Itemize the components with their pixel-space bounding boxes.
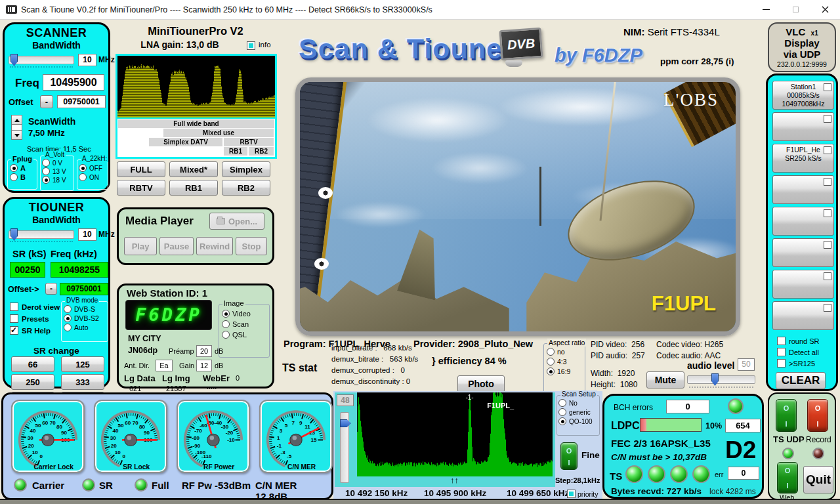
station-checkbox[interactable] bbox=[824, 146, 831, 154]
gain-value[interactable]: 12 bbox=[196, 360, 212, 371]
scanner-offset-sign-button[interactable]: - bbox=[40, 95, 53, 108]
mp-button-stop[interactable]: Stop bbox=[236, 237, 267, 255]
tiouner-freq-value[interactable]: 10498255 bbox=[51, 262, 108, 278]
maximize-button[interactable] bbox=[781, 0, 810, 20]
radio-auto[interactable]: Auto bbox=[64, 324, 106, 331]
fine-toggle[interactable]: O I bbox=[560, 442, 578, 470]
mp-button-pause[interactable]: Pause bbox=[159, 237, 194, 255]
minimize-button[interactable] bbox=[751, 0, 781, 20]
scan-gain-slider-thumb[interactable] bbox=[340, 419, 351, 427]
record-toggle[interactable]: O I bbox=[807, 399, 828, 432]
station-button-5[interactable] bbox=[772, 207, 834, 236]
photo-button[interactable]: Photo bbox=[457, 375, 505, 392]
station-checkbox[interactable] bbox=[824, 304, 831, 312]
radio-dvb-s2[interactable]: DVB-S2 bbox=[64, 314, 106, 322]
tiouner-sr-value[interactable]: 00250 bbox=[10, 262, 45, 278]
checkbox-sr-help[interactable]: SR Help bbox=[10, 326, 60, 335]
radio-18-v[interactable]: 18 V bbox=[42, 176, 72, 184]
station-button-2[interactable] bbox=[772, 112, 834, 141]
tiouner-bandwidth-slider-thumb[interactable] bbox=[10, 228, 18, 241]
tiouner-bandwidth-slider[interactable] bbox=[9, 230, 74, 239]
radio-0-v[interactable]: 0 V bbox=[42, 159, 72, 167]
info-checkbox[interactable] bbox=[247, 41, 255, 50]
antdir-value[interactable]: Ea bbox=[156, 360, 173, 371]
station-checkbox[interactable] bbox=[824, 241, 831, 249]
scanwidth-down-button[interactable] bbox=[11, 130, 22, 140]
video-display[interactable]: L'OBS F1UPL bbox=[295, 77, 740, 336]
band-rb1[interactable]: RB1 bbox=[224, 147, 247, 156]
tiouner-offset-value[interactable]: 09750001 bbox=[60, 283, 108, 295]
priority-checkbox[interactable] bbox=[567, 490, 576, 498]
band-button-full[interactable]: FULL bbox=[117, 161, 165, 177]
tiouner-bandwidth-value[interactable]: 10 bbox=[78, 228, 96, 241]
scanner-offset-value[interactable]: 09750001 bbox=[57, 95, 106, 108]
mute-button[interactable]: Mute bbox=[646, 371, 684, 388]
radio-4-3[interactable]: 4:3 bbox=[547, 358, 582, 366]
mp-button-rewind[interactable]: Rewind bbox=[196, 237, 233, 255]
sr-button-333[interactable]: 333 bbox=[61, 374, 104, 390]
radio-b[interactable]: B bbox=[10, 173, 35, 181]
radio-on[interactable]: ON bbox=[79, 173, 106, 181]
sr-button-125[interactable]: 125 bbox=[61, 356, 104, 372]
scan-gain-value[interactable]: 48 bbox=[337, 394, 354, 406]
band-rbtv[interactable]: RBTV bbox=[224, 138, 274, 146]
mp-button-play[interactable]: Play bbox=[124, 237, 157, 255]
station-checkbox[interactable] bbox=[824, 178, 831, 186]
radio-16-9[interactable]: 16:9 bbox=[547, 368, 582, 375]
station-checkbox[interactable] bbox=[824, 209, 831, 217]
station-button-7[interactable] bbox=[772, 270, 834, 299]
audio-level-slider[interactable] bbox=[687, 375, 755, 384]
station-button-6[interactable] bbox=[772, 238, 834, 267]
open-button[interactable]: Open... bbox=[209, 213, 264, 230]
station-checkbox[interactable] bbox=[824, 272, 831, 280]
stations-option--sr125[interactable]: >SR125 bbox=[777, 359, 819, 368]
radio-qsl[interactable]: QSL bbox=[222, 331, 266, 339]
station-button-8[interactable] bbox=[772, 301, 834, 330]
band-simplex-datv[interactable]: Simplex DATV bbox=[149, 138, 222, 146]
band-button-rb2[interactable]: RB2 bbox=[222, 180, 270, 196]
band-button-rbtv[interactable]: RBTV bbox=[117, 180, 165, 196]
station-button-4[interactable] bbox=[772, 175, 834, 204]
preamp-value[interactable]: 20 bbox=[196, 345, 212, 357]
band-button-rb1[interactable]: RB1 bbox=[169, 180, 218, 196]
web-toggle[interactable]: O I bbox=[777, 462, 798, 494]
sr-button-250[interactable]: 250 bbox=[11, 374, 54, 390]
scanner-bandwidth-value[interactable]: 10 bbox=[78, 54, 96, 66]
checkbox-derot-view[interactable]: Derot view bbox=[10, 303, 60, 311]
tiouner-offset-sign-button[interactable]: - bbox=[45, 283, 57, 295]
station-button-1[interactable]: Station100085kS/s10497008kHz bbox=[772, 81, 834, 110]
sr-button-66[interactable]: 66 bbox=[11, 356, 54, 372]
radio-video[interactable]: Video bbox=[222, 310, 266, 318]
close-button[interactable] bbox=[810, 0, 840, 20]
audio-level-slider-thumb[interactable] bbox=[711, 373, 719, 386]
clear-button[interactable]: CLEAR bbox=[776, 372, 826, 389]
radio-no[interactable]: No bbox=[558, 399, 598, 407]
band-full-wide[interactable]: Full wide band bbox=[118, 119, 274, 128]
radio-dvb-s[interactable]: DVB-S bbox=[64, 305, 106, 313]
scan-gain-slider[interactable] bbox=[340, 412, 349, 483]
band-mixed-use[interactable]: Mixed use bbox=[163, 129, 274, 137]
radio-qo-100[interactable]: QO-100 bbox=[558, 417, 598, 425]
radio-no[interactable]: no bbox=[547, 348, 582, 356]
scanner-freq-value[interactable]: 10495900 bbox=[43, 74, 104, 91]
station-checkbox[interactable] bbox=[824, 83, 831, 91]
stations-option-detect-all[interactable]: Detect all bbox=[777, 348, 819, 356]
station-button-3[interactable]: F1UPL_HeSR250 kS/s bbox=[772, 144, 834, 173]
ts-udp-toggle[interactable]: O I bbox=[776, 399, 797, 432]
scanner-bandwidth-slider-thumb[interactable] bbox=[10, 54, 18, 66]
radio-scan[interactable]: Scan bbox=[222, 320, 266, 328]
scanner-bandwidth-slider[interactable] bbox=[9, 56, 74, 64]
quit-button[interactable]: Quit bbox=[803, 466, 833, 494]
stations-option-round-sr[interactable]: round SR bbox=[777, 337, 819, 345]
band-rb2[interactable]: RB2 bbox=[249, 147, 274, 156]
audio-level-value[interactable]: 50 bbox=[738, 358, 755, 371]
station-checkbox[interactable] bbox=[824, 115, 831, 123]
radio-a[interactable]: A bbox=[10, 164, 35, 172]
radio-generic[interactable]: generic bbox=[558, 408, 598, 416]
radio-off[interactable]: OFF bbox=[79, 164, 106, 172]
band-button-simplex[interactable]: Simplex bbox=[222, 161, 270, 177]
radio-13-v[interactable]: 13 V bbox=[42, 167, 72, 175]
checkbox-presets[interactable]: Presets bbox=[10, 314, 60, 323]
band-button-mixed-[interactable]: Mixed* bbox=[169, 161, 218, 177]
scanwidth-up-button[interactable] bbox=[11, 115, 22, 125]
